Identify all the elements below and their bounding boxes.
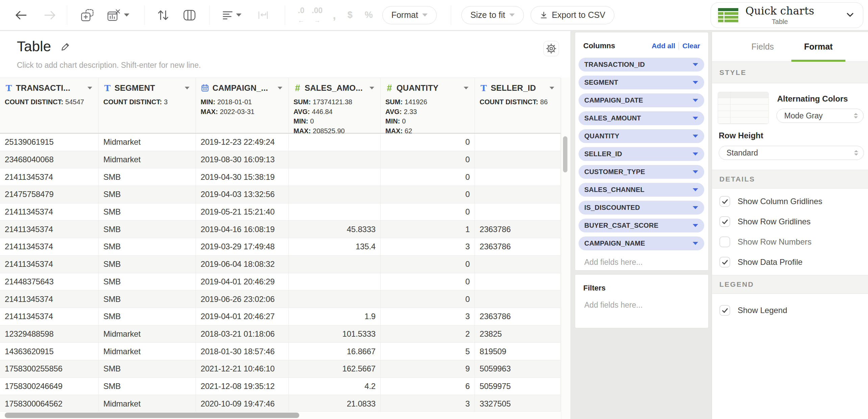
field-pill[interactable]: SALES_AMOUNT xyxy=(579,111,704,125)
field-pill[interactable]: IS_DISCOUNTED xyxy=(579,201,704,215)
table-row[interactable]: 21411345374SMB2019-04-16 16:08:1945.8333… xyxy=(0,221,561,238)
column-header[interactable]: TTRANSACTI...COUNT DISTINCT:54547 xyxy=(0,78,99,133)
sort-button[interactable] xyxy=(157,9,170,21)
text-wrap-button[interactable] xyxy=(258,10,269,20)
delete-chart-button[interactable] xyxy=(107,9,129,22)
chevron-down-icon[interactable] xyxy=(693,206,698,209)
chevron-down-icon[interactable] xyxy=(693,99,698,102)
column-header[interactable]: #QUANTITYSUM:141926AVG:2.33MIN:0MAX:62 xyxy=(381,78,475,133)
option-show-column-gridlines: Show Column Gridlines xyxy=(719,196,865,207)
field-pill[interactable]: CUSTOMER_TYPE xyxy=(579,165,704,179)
field-pill[interactable]: SELLER_ID xyxy=(579,147,704,161)
table-cell: Midmarket xyxy=(99,343,196,360)
table-row[interactable]: 25139061915Midmarket2019-12-23 22:49:240 xyxy=(0,134,561,151)
field-pill[interactable]: TRANSACTION_ID xyxy=(579,58,704,72)
size-to-fit-button[interactable]: Size to fit xyxy=(461,6,524,24)
chevron-down-icon[interactable] xyxy=(693,224,698,227)
checkbox-unchecked[interactable] xyxy=(719,236,730,247)
column-menu-caret-icon[interactable] xyxy=(87,87,92,89)
increase-decimal-button[interactable]: .00 → xyxy=(312,7,323,24)
horizontal-scrollbar-thumb[interactable] xyxy=(5,413,299,418)
row-height-select[interactable]: Standard xyxy=(719,146,864,160)
chevron-down-icon[interactable] xyxy=(693,63,698,66)
column-menu-caret-icon[interactable] xyxy=(369,87,374,89)
table-row[interactable]: 1758300064562Midmarket2020-10-09 19:47:4… xyxy=(0,395,561,413)
chart-description-placeholder[interactable]: Click to add chart description. Shift-en… xyxy=(0,55,570,70)
field-pill[interactable]: SEGMENT xyxy=(579,76,704,89)
field-pill[interactable]: CAMPAIGN_NAME xyxy=(579,236,704,250)
field-pill[interactable]: CAMPAIGN_DATE xyxy=(579,93,704,107)
chevron-down-icon[interactable] xyxy=(693,117,698,120)
table-row[interactable]: 1758300246649SMB2021-12-08 19:35:124.265… xyxy=(0,378,561,395)
option-label: Show Column Gridlines xyxy=(738,197,822,206)
text-align-button[interactable] xyxy=(223,10,241,21)
table-row[interactable]: 21411345374SMB2019-06-04 18:08:320 xyxy=(0,256,561,273)
export-csv-button[interactable]: Export to CSV xyxy=(531,6,614,24)
column-header-label: QUANTITY xyxy=(397,83,438,93)
columns-add-fields-placeholder[interactable]: Add fields here... xyxy=(575,254,708,267)
chevron-down-icon[interactable] xyxy=(693,152,698,156)
tab-fields[interactable]: Fields xyxy=(737,32,788,62)
table-cell: 2363786 xyxy=(475,238,561,256)
column-header[interactable]: #SALES_AMO...SUM:17374121.38AVG:446.84MI… xyxy=(289,78,381,133)
vertical-scrollbar-thumb[interactable] xyxy=(563,136,567,172)
checkbox-checked[interactable] xyxy=(719,216,730,227)
chevron-down-icon[interactable] xyxy=(693,81,698,84)
thousands-separator-button[interactable]: , xyxy=(333,11,336,18)
chart-settings-button[interactable] xyxy=(543,41,559,56)
forward-button[interactable] xyxy=(44,10,56,20)
back-button[interactable] xyxy=(15,10,27,20)
table-row[interactable]: 21475758479SMB2019-04-03 13:32:560 xyxy=(0,186,561,203)
text-type-icon: T xyxy=(480,83,488,93)
clear-link[interactable]: Clear xyxy=(682,42,700,50)
chevron-down-icon[interactable] xyxy=(693,170,698,173)
percent-format-button[interactable]: % xyxy=(365,10,373,20)
checkbox-checked[interactable] xyxy=(719,196,730,207)
field-pill[interactable]: BUYER_CSAT_SCORE xyxy=(579,219,704,232)
chevron-down-icon xyxy=(847,13,853,17)
table-row[interactable]: 1758300255856SMB2021-12-21 10:46:10162.5… xyxy=(0,360,561,378)
table-row[interactable]: 21411345374SMB2019-04-01 20:46:271.93236… xyxy=(0,308,561,326)
format-menu-button[interactable]: Format xyxy=(382,6,437,24)
chevron-down-icon[interactable] xyxy=(693,188,698,191)
column-menu-caret-icon[interactable] xyxy=(278,87,282,89)
field-pill[interactable]: SALES_CHANNEL xyxy=(579,183,704,197)
chevron-down-icon[interactable] xyxy=(693,135,698,138)
decrease-decimal-button[interactable]: .0 ← xyxy=(298,7,304,24)
size-to-fit-label: Size to fit xyxy=(470,10,505,20)
checkbox-checked[interactable] xyxy=(719,257,730,268)
stat-value: 446.84 xyxy=(312,108,333,115)
column-menu-caret-icon[interactable] xyxy=(464,87,468,89)
field-pill[interactable]: QUANTITY xyxy=(579,129,704,143)
chart-type-switcher[interactable]: Quick charts Table xyxy=(711,2,863,28)
horizontal-scrollbar[interactable] xyxy=(0,411,561,419)
currency-format-button[interactable]: $ xyxy=(348,10,353,20)
table-row[interactable]: 21411345374SMB2019-03-29 17:49:48135.432… xyxy=(0,238,561,256)
edit-title-pencil-icon[interactable] xyxy=(60,41,70,52)
table-row[interactable]: 21448375643SMB2019-04-01 20:46:290 xyxy=(0,273,561,291)
option-label: Show Row Gridlines xyxy=(738,217,811,226)
column-header[interactable]: TSELLER_IDCOUNT DISTINCT:86 xyxy=(475,78,561,133)
table-row[interactable]: 14363620915Midmarket2018-01-30 18:57:461… xyxy=(0,343,561,360)
duplicate-chart-button[interactable] xyxy=(81,9,94,22)
vertical-scrollbar[interactable] xyxy=(561,78,570,419)
column-menu-caret-icon[interactable] xyxy=(185,87,189,89)
table-row[interactable]: 12329488598Midmarket2018-03-21 01:18:061… xyxy=(0,326,561,343)
checkbox-checked[interactable] xyxy=(719,305,730,316)
column-header[interactable]: TSEGMENTCOUNT DISTINCT:3 xyxy=(99,78,196,133)
table-row[interactable]: 21411345374SMB2019-06-26 23:02:060 xyxy=(0,290,561,308)
filters-add-fields-placeholder[interactable]: Add fields here... xyxy=(575,292,708,310)
chevron-down-icon[interactable] xyxy=(693,242,698,245)
add-all-link[interactable]: Add all xyxy=(652,42,675,50)
table-row[interactable]: 23468040068Midmarket2019-08-30 16:09:130 xyxy=(0,151,561,169)
table-cell xyxy=(475,290,561,308)
tab-format[interactable]: Format xyxy=(793,32,844,62)
column-menu-caret-icon[interactable] xyxy=(550,87,554,89)
chart-title[interactable]: Table xyxy=(17,38,51,55)
table-row[interactable]: 21411345374SMB2019-04-30 15:38:190 xyxy=(0,168,561,186)
table-columns-button[interactable] xyxy=(183,9,196,21)
table-cell: 1758300064562 xyxy=(0,395,99,413)
alternating-colors-select[interactable]: Mode Gray xyxy=(776,109,864,123)
table-row[interactable]: 21411345374SMB2019-05-21 15:21:400 xyxy=(0,203,561,221)
column-header[interactable]: CAMPAIGN_...MIN:2018-01-01MAX:2022-03-31 xyxy=(196,78,289,133)
